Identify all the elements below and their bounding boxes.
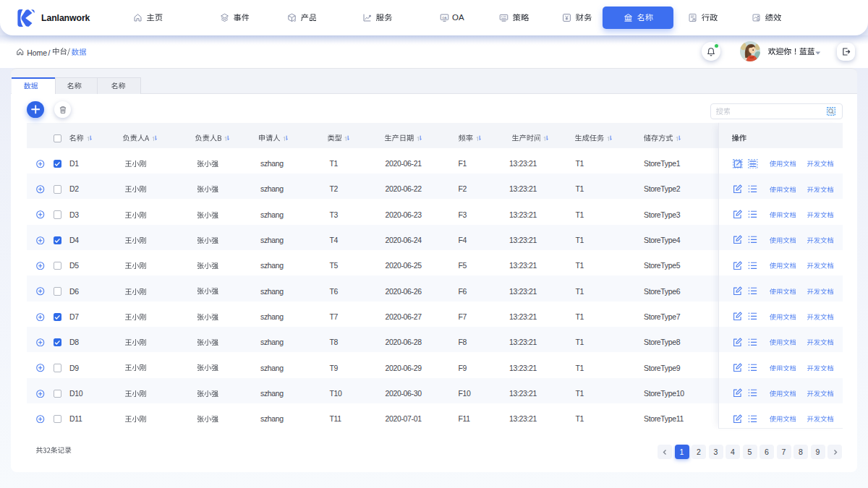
svg-text:OA: OA: [442, 16, 446, 20]
